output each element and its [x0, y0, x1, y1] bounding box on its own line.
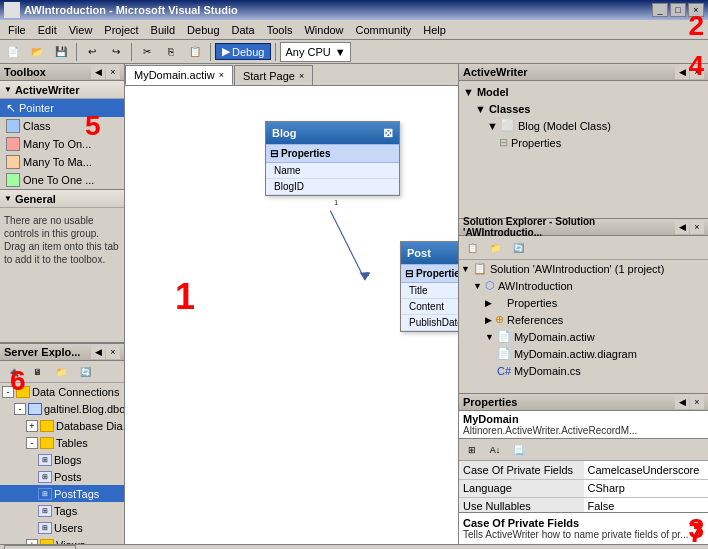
toolbox-general-header[interactable]: ▼ General [0, 190, 124, 208]
toolbar-copy[interactable]: ⎘ [160, 42, 182, 62]
toolbar-cut[interactable]: ✂ [136, 42, 158, 62]
server-tree-views[interactable]: + Views [0, 536, 124, 544]
sol-refresh-btn[interactable]: 🔄 [507, 238, 529, 258]
tab-startpage[interactable]: Start Page × [234, 65, 313, 85]
server-refresh-btn[interactable]: 🔄 [74, 362, 96, 382]
toolbox-close[interactable]: × [106, 65, 120, 79]
server-folder-btn[interactable]: 📁 [50, 362, 72, 382]
server-tree-blogs[interactable]: ⊞ Blogs [0, 451, 124, 468]
menu-view[interactable]: View [63, 22, 99, 38]
server-tree-tables[interactable]: - Tables [0, 434, 124, 451]
server-connect-btn[interactable]: 🔌 [2, 362, 24, 382]
server-tree-dataconn[interactable]: - Data Connections [0, 383, 124, 400]
tab-close-icon[interactable]: × [219, 70, 224, 80]
toolbox-activewriter-header[interactable]: ▼ ActiveWriter [0, 81, 124, 99]
aw-blog-props-item[interactable]: ⊟ Properties [461, 134, 706, 151]
prop-language-value[interactable]: CSharp [584, 479, 709, 497]
menu-file[interactable]: File [2, 22, 32, 38]
menu-bar: File Edit View Project Build Debug Data … [0, 20, 708, 40]
server-auto-hide[interactable]: ◀ [91, 345, 105, 359]
error-list-tab[interactable]: ⚠ Error List [4, 545, 76, 550]
toolbox-auto-hide[interactable]: ◀ [91, 65, 105, 79]
aw-classes-label: Classes [489, 103, 531, 115]
properties-panel: Properties ◀ × MyDomain Altinoren.Active… [459, 394, 708, 544]
props-close[interactable]: × [690, 395, 704, 409]
menu-community[interactable]: Community [350, 22, 418, 38]
entity-collapse-icon[interactable]: ⊠ [383, 126, 393, 140]
toolbar-paste[interactable]: 📋 [184, 42, 206, 62]
toolbox-manytomany[interactable]: Many To Ma... [0, 153, 124, 171]
menu-build[interactable]: Build [145, 22, 181, 38]
sol-references-item[interactable]: ▶ ⊕ References [459, 311, 708, 328]
toolbar-open[interactable]: 📂 [26, 42, 48, 62]
menu-debug[interactable]: Debug [181, 22, 225, 38]
props-alpha-btn[interactable]: A↓ [484, 440, 506, 460]
aw-close[interactable]: × [690, 65, 704, 79]
menu-project[interactable]: Project [98, 22, 144, 38]
diagram-area[interactable]: 1 n Blog ⊠ ⊟ Properties Name [125, 86, 458, 544]
sol-properties-item[interactable]: ▶ Properties [459, 294, 708, 311]
menu-tools[interactable]: Tools [261, 22, 299, 38]
sol-properties-btn[interactable]: 📋 [461, 238, 483, 258]
close-button[interactable]: × [688, 3, 704, 17]
toolbar-save[interactable]: 💾 [50, 42, 72, 62]
tab-startpage-close-icon[interactable]: × [299, 71, 304, 81]
sol-project-expand-icon: ▼ [473, 281, 482, 291]
entity-post[interactable]: Post ⊠ ⊟ Properties Title Content P [400, 241, 458, 332]
server-add-btn[interactable]: 🖥 [26, 362, 48, 382]
server-close[interactable]: × [106, 345, 120, 359]
toolbox-manytoone[interactable]: Many To On... [0, 135, 124, 153]
prop-nullables-value[interactable]: False [584, 497, 709, 512]
entity-blog[interactable]: Blog ⊠ ⊟ Properties Name BlogID [265, 121, 400, 196]
props-category-btn[interactable]: ⊞ [461, 440, 483, 460]
aw-classes-item[interactable]: ▼ Classes [461, 100, 706, 117]
toolbar-new[interactable]: 📄 [2, 42, 24, 62]
server-tree-posttags[interactable]: ⊞ PostTags [0, 485, 124, 502]
server-tree-posts[interactable]: ⊞ Posts [0, 468, 124, 485]
sol-auto-hide[interactable]: ◀ [675, 220, 689, 234]
entity-blog-section-label: Properties [281, 148, 330, 159]
entity-blog-name: Blog [272, 127, 296, 139]
menu-help[interactable]: Help [417, 22, 452, 38]
props-prop-page-btn[interactable]: 📃 [507, 440, 529, 460]
aw-auto-hide[interactable]: ◀ [675, 65, 689, 79]
sol-solution-item[interactable]: ▼ 📋 Solution 'AWIntroduction' (1 project… [459, 260, 708, 277]
server-tree-users[interactable]: ⊞ Users [0, 519, 124, 536]
prop-row-case[interactable]: Case Of Private Fields CamelcaseUndersco… [459, 461, 708, 479]
sol-project-item[interactable]: ▼ ⬡ AWIntroduction [459, 277, 708, 294]
server-toolbar: 🔌 🖥 📁 🔄 [0, 361, 124, 383]
sol-cs-item[interactable]: C# MyDomain.cs [459, 362, 708, 379]
props-auto-hide[interactable]: ◀ [675, 395, 689, 409]
menu-data[interactable]: Data [226, 22, 261, 38]
toolbar-redo[interactable]: ↪ [105, 42, 127, 62]
aw-model-item[interactable]: ▼ Model [461, 83, 706, 100]
maximize-button[interactable]: □ [670, 3, 686, 17]
server-tree-dbdiag[interactable]: + Database Dia... [0, 417, 124, 434]
toolbox-pointer[interactable]: ↖ Pointer [0, 99, 124, 117]
sol-showfiles-btn[interactable]: 📁 [484, 238, 506, 258]
prop-case-name: Case Of Private Fields [459, 461, 584, 479]
server-tree-db[interactable]: - galtinel.Blog.dbo. [0, 400, 124, 417]
toolbox-class[interactable]: Class [0, 117, 124, 135]
tab-mydomain[interactable]: MyDomain.actiw × [125, 65, 233, 85]
aw-blog-class-item[interactable]: ▼ ⬜ Blog (Model Class) [461, 117, 706, 134]
platform-dropdown[interactable]: Any CPU ▼ [280, 42, 350, 62]
debug-button[interactable]: ▶ Debug [215, 43, 271, 60]
sol-diagram-item[interactable]: 📄 MyDomain.actiw.diagram [459, 345, 708, 362]
menu-edit[interactable]: Edit [32, 22, 63, 38]
sol-close[interactable]: × [690, 220, 704, 234]
prop-row-nullables[interactable]: Use Nullables False [459, 497, 708, 512]
sol-mydomain-item[interactable]: ▼ 📄 MyDomain.actiw [459, 328, 708, 345]
window-title: AWIntroduction - Microsoft Visual Studio [24, 4, 238, 16]
prop-case-value[interactable]: CamelcaseUnderscore [584, 461, 709, 479]
toolbar-undo[interactable]: ↩ [81, 42, 103, 62]
minimize-button[interactable]: _ [652, 3, 668, 17]
prop-nullables-name: Use Nullables [459, 497, 584, 512]
server-tree-tags[interactable]: ⊞ Tags [0, 502, 124, 519]
menu-window[interactable]: Window [298, 22, 349, 38]
sol-tree: ▼ 📋 Solution 'AWIntroduction' (1 project… [459, 260, 708, 393]
prop-row-language[interactable]: Language CSharp [459, 479, 708, 497]
toolbox-onetoone[interactable]: One To One ... [0, 171, 124, 189]
expand-arrow-icon: ▼ [4, 85, 12, 94]
activewriter-title: ActiveWriter [463, 66, 675, 78]
